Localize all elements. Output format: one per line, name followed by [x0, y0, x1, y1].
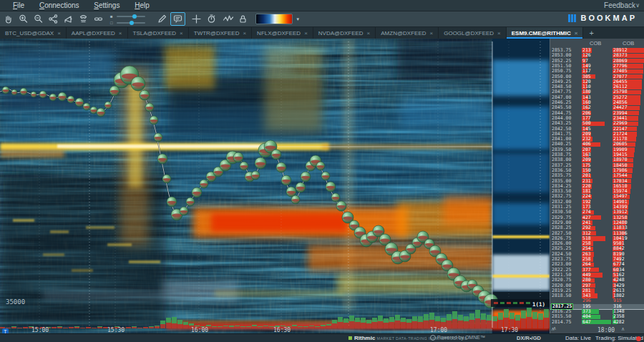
trade-bubble	[200, 180, 208, 188]
axis-caret-icon[interactable]: ∧	[621, 326, 625, 332]
tab-close-icon[interactable]: ×	[57, 30, 61, 36]
chat-tool-icon[interactable]	[170, 12, 185, 26]
tab-label: NVDA@DXFEED	[318, 30, 364, 36]
status-bar: Rithmic MARKET DATA-TRADING INFRASTRUCTU…	[0, 333, 644, 342]
tab-close-icon[interactable]: ×	[180, 30, 183, 36]
trade-bubble	[154, 133, 162, 142]
tab-esm9-cme-rithmic[interactable]: ESM9.CME@RITHMIC×	[507, 27, 584, 39]
time-label: 16:00	[191, 327, 208, 333]
pencil-icon[interactable]	[155, 13, 169, 25]
menu-settings[interactable]: Settings	[94, 0, 119, 11]
axis-caret-icon[interactable]: ∧	[551, 326, 555, 332]
slider-track-bottom[interactable]	[117, 22, 145, 24]
price-cell: 2814.75	[552, 320, 571, 325]
tab-label: AMZN@DXFEED	[381, 30, 426, 36]
trade-bubble	[291, 195, 300, 204]
rithmic-icon	[348, 336, 352, 340]
trade-bubble	[140, 90, 150, 100]
tab-label: AAPL@DXFEED	[72, 30, 115, 36]
colormap-select[interactable]: ▾	[255, 14, 293, 24]
tab-nvda-dxfeed[interactable]: NVDA@DXFEED×	[313, 27, 376, 39]
trade-bubble	[240, 162, 248, 170]
trade-bubble	[58, 92, 67, 101]
volume-scale-label: 35000	[6, 298, 25, 306]
rithmic-label: Rithmic	[354, 335, 375, 341]
tab-btc-usd-gdax[interactable]: BTC_USD@GDAX×	[0, 27, 67, 39]
heatmap-brightness-icon: ■	[110, 14, 113, 19]
menu-connections[interactable]: Connections	[39, 0, 79, 11]
megaphone-icon[interactable]	[62, 13, 75, 25]
trade-bubble	[162, 175, 171, 183]
trade-bubble	[109, 86, 119, 96]
trade-bubble	[276, 162, 286, 172]
cob-header-1: COB	[590, 40, 601, 47]
phone-icon[interactable]	[77, 13, 90, 25]
data-feed-status: Data: Live	[565, 335, 591, 341]
timer-icon[interactable]	[205, 13, 218, 25]
trade-bubble	[97, 108, 105, 117]
route-label: DX/R•/GD	[517, 335, 541, 341]
slider-knob-bottom[interactable]	[130, 21, 134, 25]
time-label: 16:30	[273, 327, 291, 333]
ladder-row[interactable]: 2818.503431802	[550, 293, 644, 298]
zoom-in-icon[interactable]	[16, 13, 30, 25]
tab-amzn-dxfeed[interactable]: AMZN@DXFEED×	[376, 27, 439, 39]
trade-bubble	[326, 182, 336, 192]
bookmap-logo-text: BOOKMAP	[581, 14, 637, 22]
opacity-sliders[interactable]: ■ □	[109, 13, 150, 25]
tab-close-icon[interactable]: ×	[119, 30, 122, 36]
trade-bubble	[131, 77, 145, 91]
tab-label: TSLA@DXFEED	[133, 30, 177, 36]
time-label: 18:00	[597, 327, 615, 333]
heatmap-canvas[interactable]: 1(1)	[0, 39, 550, 333]
ladder-row[interactable]: 2814.756474282	[550, 320, 644, 325]
slider-knob-top[interactable]	[132, 14, 137, 19]
tab-close-icon[interactable]: ×	[575, 30, 578, 36]
trade-bubble	[321, 172, 330, 180]
trade-bubble	[301, 172, 311, 182]
pulse-icon[interactable]	[221, 13, 235, 25]
tab-aapl-dxfeed[interactable]: AAPL@DXFEED×	[67, 27, 128, 39]
trade-bubble	[233, 152, 243, 162]
bookmap-logo: BOOKMAP	[568, 14, 637, 22]
lock-icon[interactable]	[236, 13, 250, 25]
menu-help[interactable]: Help	[135, 0, 150, 11]
tab-close-icon[interactable]: ×	[304, 30, 308, 36]
trade-bubble	[39, 91, 47, 98]
menu-bar: File Connections Settings Help Feedback	[0, 0, 644, 11]
tab-bar: BTC_USD@GDAX×AAPL@DXFEED×TSLA@DXFEED×TWT…	[0, 27, 644, 39]
tab-close-icon[interactable]: ×	[430, 30, 434, 36]
trade-bubble	[167, 197, 177, 207]
crosshair-icon[interactable]	[190, 13, 203, 25]
add-tab-button[interactable]: +	[583, 27, 599, 39]
dom-ladder[interactable]: COB COB 2853.75213289122853.001262837328…	[550, 39, 644, 333]
trade-bubble	[11, 89, 17, 95]
trade-bubble	[90, 107, 97, 114]
size-cell: 647	[582, 320, 591, 325]
tab-overflow-chevron-icon[interactable]: ∨	[635, 2, 640, 9]
slider-track-top[interactable]	[117, 16, 145, 17]
omne-ring-icon	[430, 335, 436, 341]
share-icon[interactable]	[47, 13, 60, 25]
link-icon[interactable]	[92, 13, 105, 25]
zoom-out-icon[interactable]	[31, 13, 45, 25]
last-trade-size-label: 1(1)	[532, 301, 545, 308]
menu-file[interactable]: File	[13, 0, 24, 11]
trade-bubble	[2, 87, 9, 94]
tab-close-icon[interactable]: ×	[367, 30, 371, 36]
tab-label: NFLX@DXFEED	[257, 30, 301, 36]
tab-twtr-dxfeed[interactable]: TWTR@DXFEED×	[189, 27, 252, 39]
tab-tsla-dxfeed[interactable]: TSLA@DXFEED×	[128, 27, 189, 39]
trade-bubble	[145, 103, 154, 112]
powered-by: Powered by OMNE™	[430, 335, 485, 341]
tab-googl-dxfeed[interactable]: GOOGL@DXFEED×	[439, 27, 507, 39]
trade-bubble	[281, 175, 291, 185]
hand-tool-icon[interactable]	[1, 13, 15, 25]
tab-close-icon[interactable]: ×	[243, 30, 246, 36]
feedback-link[interactable]: Feedback	[604, 0, 635, 11]
tab-close-icon[interactable]: ×	[497, 30, 501, 36]
tab-label: BTC_USD@GDAX	[5, 30, 54, 36]
tab-nflx-dxfeed[interactable]: NFLX@DXFEED×	[252, 27, 313, 39]
trade-bubble	[331, 193, 340, 202]
trade-bubble	[83, 103, 90, 110]
